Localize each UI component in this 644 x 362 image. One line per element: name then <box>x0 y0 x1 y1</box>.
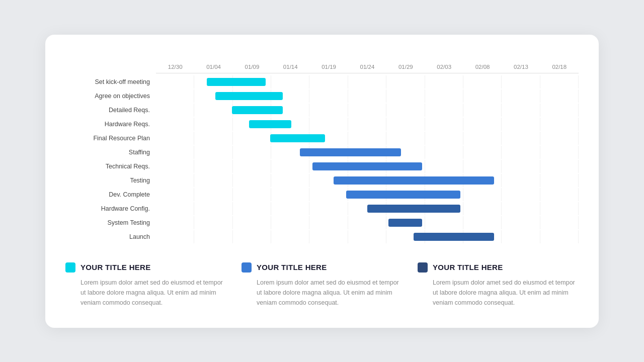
gantt-bar <box>414 233 494 241</box>
footer-icon <box>242 262 252 273</box>
gantt-track <box>156 160 579 173</box>
footer-section-title: YOUR TITLE HERE <box>80 263 151 272</box>
gantt-row: System Testing <box>65 216 579 229</box>
gantt-row: Staffing <box>65 146 579 159</box>
footer-title-row: YOUR TITLE HERE <box>65 262 226 273</box>
gantt-task-label: Launch <box>65 233 156 240</box>
gantt-date-label: 01/29 <box>386 64 425 70</box>
gantt-date-label: 01/19 <box>309 64 348 70</box>
gantt-date-label: 02/18 <box>540 64 579 70</box>
gantt-row: Hardware Reqs. <box>65 118 579 131</box>
gantt-track <box>156 132 579 145</box>
main-card: 12/3001/0401/0901/1401/1901/2401/2902/03… <box>45 35 599 328</box>
gantt-row: Technical Reqs. <box>65 160 579 173</box>
gantt-bar <box>388 219 422 227</box>
footer-section-title: YOUR TITLE HERE <box>257 263 327 272</box>
gantt-row: Final Resource Plan <box>65 132 579 145</box>
gantt-body: Set kick-off meetingAgree on objectivesD… <box>65 75 579 244</box>
gantt-task-label: Technical Reqs. <box>65 163 156 170</box>
gantt-bar <box>300 148 401 156</box>
gantt-bar <box>346 191 460 199</box>
gantt-task-label: Agree on objectives <box>65 93 156 100</box>
gantt-task-label: Detailed Reqs. <box>65 107 156 114</box>
footer-section: YOUR TITLE HERELorem ipsum dolor amet se… <box>242 262 403 308</box>
gantt-track <box>156 89 579 103</box>
gantt-task-label: Testing <box>65 177 156 184</box>
footer-section-text: Lorem ipsum dolor amet sed do eiusmod et… <box>65 278 226 308</box>
footer-section: YOUR TITLE HERELorem ipsum dolor amet se… <box>418 262 579 308</box>
gantt-track <box>156 146 579 159</box>
gantt-task-label: Set kick-off meeting <box>65 78 156 85</box>
gantt-track <box>156 104 579 117</box>
gantt-date-label: 01/14 <box>271 64 309 70</box>
footer-section-text: Lorem ipsum dolor amet sed do eiusmod et… <box>418 278 579 308</box>
footer-section: YOUR TITLE HERELorem ipsum dolor amet se… <box>65 262 226 308</box>
footer-title-row: YOUR TITLE HERE <box>418 262 579 273</box>
gantt-track <box>156 216 579 229</box>
gantt-date-label: 01/04 <box>194 64 232 70</box>
gantt-bar <box>249 120 291 128</box>
gantt-bar <box>367 205 460 213</box>
gantt-track <box>156 188 579 201</box>
gantt-date-label: 02/08 <box>463 64 502 70</box>
gantt-row: Detailed Reqs. <box>65 104 579 117</box>
gantt-task-label: Staffing <box>65 149 156 156</box>
gantt-bar <box>334 176 494 185</box>
gantt-bar <box>215 92 283 100</box>
footer-section-text: Lorem ipsum dolor amet sed do eiusmod et… <box>242 278 403 308</box>
footer-section-title: YOUR TITLE HERE <box>433 263 503 272</box>
gantt-bar <box>312 162 422 170</box>
gantt-chart: 12/3001/0401/0901/1401/1901/2401/2902/03… <box>65 64 579 244</box>
footer-title-row: YOUR TITLE HERE <box>242 262 403 273</box>
gantt-task-label: Hardware Config. <box>65 205 156 212</box>
gantt-track <box>156 174 579 187</box>
gantt-bar <box>232 106 283 114</box>
gantt-date-label: 12/30 <box>156 64 194 70</box>
gantt-row: Hardware Config. <box>65 202 579 215</box>
gantt-date-label: 02/03 <box>425 64 463 70</box>
gantt-task-label: Final Resource Plan <box>65 135 156 142</box>
gantt-date-label: 01/24 <box>348 64 386 70</box>
gantt-bar <box>207 78 266 86</box>
gantt-task-label: Hardware Reqs. <box>65 121 156 128</box>
footer-sections: YOUR TITLE HERELorem ipsum dolor amet se… <box>65 262 579 308</box>
gantt-date-label: 01/09 <box>233 64 271 70</box>
gantt-track <box>156 75 579 88</box>
gantt-bar <box>270 134 325 142</box>
gantt-task-label: Dev. Complete <box>65 191 156 198</box>
gantt-date-label: 02/13 <box>502 64 540 70</box>
gantt-track <box>156 118 579 131</box>
gantt-row: Launch <box>65 230 579 243</box>
gantt-row: Agree on objectives <box>65 89 579 103</box>
gantt-row: Testing <box>65 174 579 187</box>
gantt-header: 12/3001/0401/0901/1401/1901/2401/2902/03… <box>156 64 579 73</box>
footer-icon <box>418 262 428 273</box>
gantt-task-label: System Testing <box>65 219 156 226</box>
gantt-track <box>156 230 579 243</box>
footer-icon <box>65 262 75 273</box>
gantt-row: Set kick-off meeting <box>65 75 579 88</box>
gantt-track <box>156 202 579 215</box>
gantt-row: Dev. Complete <box>65 188 579 201</box>
